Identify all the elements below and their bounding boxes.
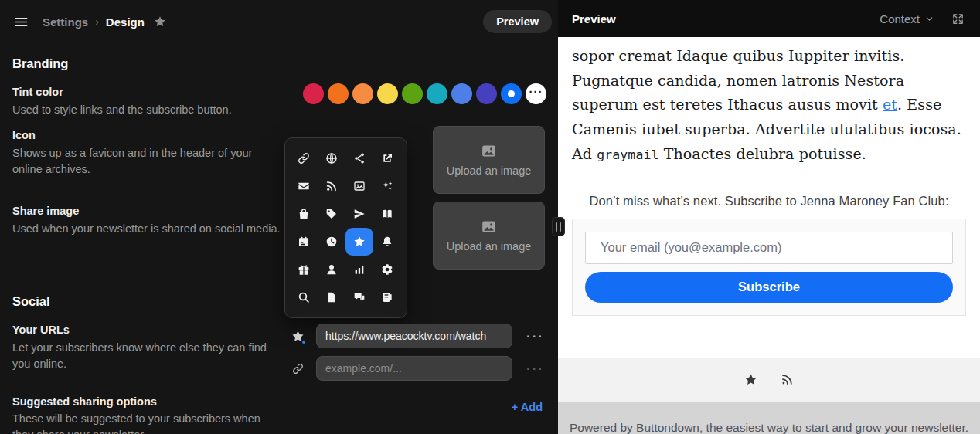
primary-url-badge: [301, 339, 307, 345]
search-icon[interactable]: [290, 283, 318, 311]
subscribe-card: Subscribe: [572, 219, 966, 316]
tint-swatch-light-orange[interactable]: [352, 83, 373, 104]
hamburger-menu-icon[interactable]: [11, 12, 32, 32]
et-link[interactable]: et: [883, 96, 897, 113]
external-link-icon[interactable]: [373, 144, 401, 172]
icon-upload-box[interactable]: Upload an image: [433, 126, 545, 194]
tint-color-description: Used to style links and the subscribe bu…: [12, 102, 281, 118]
image-icon[interactable]: [345, 172, 373, 200]
branding-heading: Branding: [12, 56, 68, 71]
paragraph-text: sopor cremat Idaque quibus Iuppiter invi…: [572, 47, 904, 113]
subscribe-button[interactable]: Subscribe: [585, 272, 953, 303]
graymail-code: graymail: [597, 147, 658, 162]
settings-panel: Settings › Design Preview Branding Tint …: [0, 0, 558, 434]
file-icon[interactable]: [318, 283, 345, 311]
favorite-star-icon[interactable]: [154, 15, 166, 28]
globe-icon[interactable]: [318, 144, 345, 172]
sparkles-icon[interactable]: [373, 172, 401, 200]
tint-swatch-red[interactable]: [303, 83, 324, 104]
breadcrumb-settings[interactable]: Settings: [43, 15, 88, 29]
app-window: Settings › Design Preview Branding Tint …: [0, 0, 980, 434]
newsletter-preview-body: sopor cremat Idaque quibus Iuppiter invi…: [558, 37, 980, 358]
star-icon[interactable]: [743, 371, 759, 388]
rss-icon[interactable]: [779, 371, 795, 388]
link-icon[interactable]: [290, 144, 318, 172]
tint-swatch-orange[interactable]: [328, 83, 349, 104]
star-icon-selected[interactable]: [345, 228, 373, 256]
calendar-icon[interactable]: [290, 228, 318, 256]
gear-icon[interactable]: [373, 256, 401, 283]
add-button[interactable]: + Add: [512, 401, 543, 413]
expand-icon[interactable]: [950, 11, 966, 27]
url-row: ···: [289, 356, 546, 381]
bell-icon[interactable]: [373, 228, 401, 256]
share-image-upload-box[interactable]: Upload an image: [433, 202, 545, 270]
breadcrumb-design: Design: [106, 15, 145, 29]
rss-icon[interactable]: [318, 172, 345, 200]
bar-chart-icon[interactable]: [345, 256, 373, 283]
more-colors-button[interactable]: ···: [526, 83, 546, 104]
url-input-1[interactable]: [316, 324, 512, 348]
starred-url-icon: [289, 330, 306, 343]
upload-image-label: Upload an image: [447, 164, 532, 177]
paper-plane-icon[interactable]: [345, 200, 373, 228]
tint-swatch-teal[interactable]: [427, 83, 447, 104]
book-open-icon[interactable]: [373, 200, 401, 228]
user-icon[interactable]: [318, 256, 345, 283]
url-menu-button-1[interactable]: ···: [525, 328, 546, 344]
breadcrumb: Settings › Design: [43, 15, 166, 29]
settings-header: Settings › Design Preview: [0, 0, 558, 43]
suggested-sharing-description: These will be suggested to your subscrib…: [12, 411, 281, 434]
share-image-label: Share image: [12, 205, 79, 217]
newsletter-paragraph: sopor cremat Idaque quibus Iuppiter invi…: [572, 44, 966, 167]
email-field[interactable]: [585, 232, 953, 264]
share-image-description: Used when your newsletter is shared on s…: [12, 221, 281, 237]
link-url-icon: [289, 363, 306, 375]
suggested-sharing-label: Suggested sharing options: [12, 395, 157, 408]
clock-icon[interactable]: [318, 228, 345, 256]
gift-icon[interactable]: [290, 256, 318, 283]
tint-swatch-green[interactable]: [402, 83, 423, 104]
upload-image-label: Upload an image: [447, 240, 532, 253]
icon-label: Icon: [12, 129, 36, 141]
powered-by-footer: Powered by Buttondown, the easiest way t…: [558, 402, 980, 434]
share-icon[interactable]: [345, 144, 373, 172]
your-urls-description: Let your subscribers know where else the…: [12, 340, 281, 372]
paragraph-text: Thoactes delubra potuisse.: [659, 145, 866, 162]
panel-resize-handle[interactable]: [552, 217, 565, 236]
url-row: ···: [289, 324, 546, 348]
url-input-2[interactable]: [316, 356, 512, 381]
comments-icon[interactable]: [345, 283, 373, 311]
icon-picker-popup: [284, 137, 407, 318]
tint-swatch-blue[interactable]: [451, 83, 472, 104]
subscribe-prompt: Don’t miss what’s next. Subscribe to Jen…: [572, 194, 966, 209]
breadcrumb-separator: ›: [95, 15, 99, 28]
preview-footer-icons: [558, 358, 980, 402]
context-label: Context: [880, 12, 920, 25]
tint-swatch-indigo[interactable]: [476, 83, 497, 104]
url-menu-button-2[interactable]: ···: [525, 361, 546, 377]
social-heading: Social: [12, 294, 50, 309]
icon-description: Shows up as a favicon and in the header …: [12, 145, 281, 178]
preview-panel: Preview Context sopor cremat Idaque quib…: [558, 0, 980, 434]
context-dropdown[interactable]: Context: [880, 12, 934, 25]
tint-swatch-bright-blue-selected[interactable]: [501, 83, 522, 104]
your-urls-label: Your URLs: [12, 324, 70, 336]
envelope-icon[interactable]: [290, 172, 318, 200]
tint-color-swatches: ···: [303, 83, 546, 104]
newspaper-icon[interactable]: [373, 283, 401, 311]
preview-title: Preview: [572, 12, 616, 25]
tint-swatch-yellow[interactable]: [377, 83, 398, 104]
preview-header: Preview Context: [558, 0, 980, 37]
preview-button[interactable]: Preview: [483, 10, 552, 33]
chevron-down-icon: [924, 14, 934, 24]
tint-color-label: Tint color: [12, 86, 63, 98]
tag-icon[interactable]: [318, 200, 345, 228]
shopping-bag-icon[interactable]: [290, 200, 318, 228]
